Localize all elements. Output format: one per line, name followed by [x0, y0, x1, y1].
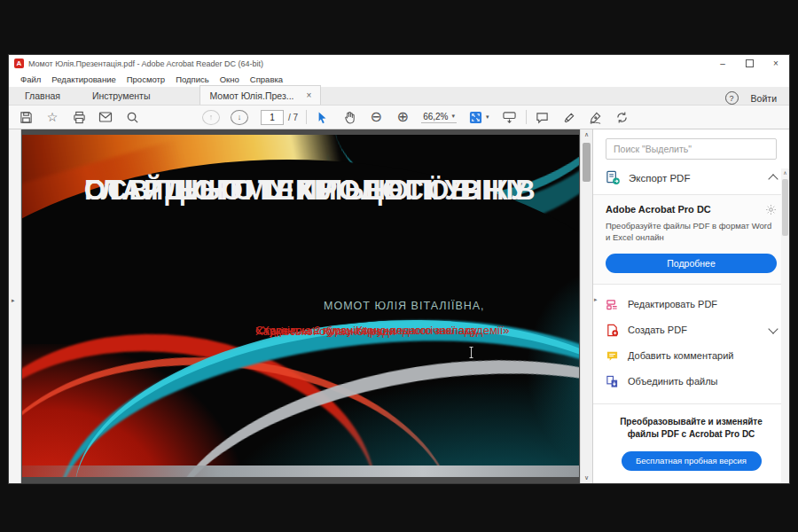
print-button[interactable]: [71, 107, 87, 127]
add-comment-icon: [606, 349, 619, 363]
cursor-arrow-icon: [317, 111, 329, 124]
window-title: Момот Юлія.Презентація.pdf - Adobe Acrob…: [28, 59, 709, 68]
promo-text: Преобразуйте файлы PDF в формат Word и E…: [606, 221, 777, 244]
tab-document[interactable]: Момот Юлія.През... ×: [200, 85, 321, 105]
highlighter-icon: [562, 111, 575, 124]
promo-title: Adobe Acrobat Pro DC: [606, 204, 711, 215]
email-button[interactable]: [98, 107, 113, 127]
nav-expand-icon[interactable]: ▸: [12, 297, 15, 304]
convert-icon: [615, 111, 629, 124]
zoom-out-button[interactable]: ⊖: [368, 107, 384, 127]
panel-collapse-icon[interactable]: ▸: [594, 296, 598, 303]
scrolling-mode-button[interactable]: [502, 107, 518, 127]
document-scrollbar[interactable]: ∧ ∨: [580, 129, 592, 483]
next-page-button[interactable]: ↓: [231, 110, 248, 125]
favorites-button[interactable]: ☆: [44, 107, 60, 127]
fountain-pen-icon: [589, 111, 602, 124]
scroll-up-icon[interactable]: ∧: [781, 169, 789, 176]
scroll-down-icon[interactable]: ∨: [581, 474, 592, 481]
menu-file[interactable]: Файл: [15, 74, 46, 84]
tools-panel: ▸ Экспорт PDF Adobe Acrobat Pro DC Преоб…: [592, 129, 789, 483]
zoom-in-icon: ⊕: [396, 110, 408, 124]
sign-in-button[interactable]: Войти: [751, 93, 777, 104]
create-pdf-icon: [606, 324, 619, 337]
menu-edit[interactable]: Редактирование: [46, 74, 121, 84]
pdf-page[interactable]: ГЛАЙДИНГ-ТЕХНОЛОГІЇ В ОСВІТНЬОМУ ПРОЦЕСІ…: [22, 135, 579, 477]
menu-bar: Файл Редактирование Просмотр Подпись Окн…: [9, 72, 789, 87]
hand-icon: [343, 111, 356, 124]
fit-page-dropdown-icon[interactable]: ▾: [486, 113, 489, 121]
tab-close-icon[interactable]: ×: [306, 90, 311, 100]
highlight-button[interactable]: [561, 107, 577, 127]
toolbar: ☆ ↑ ↓ 1 / 7 ⊖ ⊕ 66,2% ▾ ▾: [9, 106, 789, 129]
gear-icon: [765, 204, 777, 215]
minimize-button[interactable]: –: [709, 55, 736, 72]
save-icon: [20, 111, 33, 124]
zoom-level-value: 66,2%: [423, 112, 448, 121]
edit-pdf-icon: [606, 298, 619, 311]
help-icon[interactable]: ?: [725, 91, 739, 105]
learn-more-button[interactable]: Подробнее: [606, 254, 777, 273]
export-pdf-row[interactable]: Экспорт PDF: [593, 160, 789, 194]
scrollbar-thumb[interactable]: [782, 179, 788, 236]
search-icon: [126, 111, 139, 124]
envelope-icon: [98, 111, 113, 123]
tool-list: Редактировать PDF Создать PDF Добавить к…: [593, 285, 789, 400]
toolbar-separator: [306, 110, 307, 124]
save-button[interactable]: [18, 107, 34, 127]
tab-bar: Главная Инструменты Момот Юлія.През... ×…: [9, 87, 789, 106]
trial-promo: Преобразовывайте и изменяйте файлы PDF с…: [593, 403, 789, 471]
find-button[interactable]: [124, 107, 140, 127]
zoom-level-control[interactable]: 66,2% ▾: [421, 112, 457, 123]
edit-pdf-row[interactable]: Редактировать PDF: [606, 292, 777, 317]
tab-document-label: Момот Юлія.През...: [209, 90, 293, 101]
convert-tools-button[interactable]: [614, 107, 630, 127]
zoom-out-icon: ⊖: [370, 110, 381, 124]
comment-bubble-icon: [536, 111, 549, 124]
restore-icon: [746, 59, 754, 67]
slide-author: МОМОТ ЮЛІЯ ВІТАЛІЇВНА,: [324, 300, 554, 312]
chevron-down-icon: [768, 324, 778, 333]
menu-help[interactable]: Справка: [245, 74, 288, 84]
tab-tools[interactable]: Инструменты: [76, 86, 166, 105]
scroll-up-icon[interactable]: ∧: [581, 131, 592, 138]
restore-button[interactable]: [736, 55, 763, 72]
page-number-input[interactable]: 1: [261, 110, 284, 125]
menu-sign[interactable]: Подпись: [170, 74, 215, 84]
panel-scrollbar[interactable]: ∧: [781, 168, 789, 483]
combine-files-row[interactable]: Объединить файлы: [606, 369, 777, 395]
acrobat-app-icon: A: [14, 59, 24, 68]
printer-icon: [73, 111, 86, 124]
hand-tool-button[interactable]: [341, 107, 357, 127]
combine-files-icon: [606, 375, 619, 388]
slide-gray-floor: [22, 466, 579, 477]
fit-page-button[interactable]: [467, 107, 483, 127]
zoom-in-button[interactable]: ⊕: [395, 107, 411, 127]
fit-page-icon: [469, 111, 482, 124]
toolbar-separator: [526, 110, 527, 124]
selection-tool-button[interactable]: [315, 107, 331, 127]
text-cursor-icon: [467, 346, 475, 359]
close-button[interactable]: ×: [763, 55, 789, 72]
trial-promo-text: Преобразовывайте и изменяйте файлы PDF с…: [606, 416, 777, 441]
menu-window[interactable]: Окно: [215, 74, 245, 84]
star-icon: ☆: [47, 111, 59, 123]
free-trial-button[interactable]: Бесплатная пробная версия: [622, 451, 762, 471]
add-comment-row[interactable]: Добавить комментарий: [606, 343, 777, 369]
search-input[interactable]: [606, 138, 777, 160]
zoom-dropdown-icon: ▾: [451, 113, 455, 120]
scrolling-display-icon: [502, 111, 517, 124]
navigation-pane-strip[interactable]: ▸: [9, 129, 21, 483]
fill-sign-button[interactable]: [588, 107, 604, 127]
document-pane: ГЛАЙДИНГ-ТЕХНОЛОГІЇ В ОСВІТНЬОМУ ПРОЦЕСІ…: [21, 129, 580, 483]
previous-page-button[interactable]: ↑: [202, 110, 220, 125]
menu-view[interactable]: Просмотр: [121, 74, 170, 84]
chevron-up-icon: [768, 174, 778, 184]
create-pdf-row[interactable]: Создать PDF: [606, 317, 777, 343]
comment-button[interactable]: [535, 107, 551, 127]
acrobat-window: A Момот Юлія.Презентація.pdf - Adobe Acr…: [9, 55, 789, 483]
page-total-label: / 7: [288, 113, 298, 122]
scrollbar-thumb[interactable]: [583, 143, 591, 182]
title-bar: A Момот Юлія.Презентація.pdf - Adobe Acr…: [9, 55, 789, 72]
tab-home[interactable]: Главная: [9, 86, 76, 105]
